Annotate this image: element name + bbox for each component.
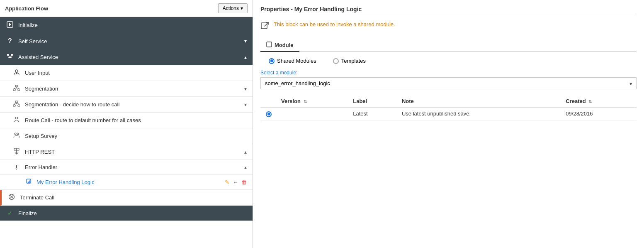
error-handler-chevron: ▴ — [244, 165, 247, 170]
created-sort-icon: ⇅ — [588, 99, 592, 104]
svg-rect-11 — [13, 89, 15, 91]
svg-point-25 — [15, 133, 16, 135]
http-rest-chevron: ▴ — [244, 149, 247, 155]
tab-module[interactable]: Module — [260, 39, 299, 52]
flow-item-assisted-service[interactable]: Assisted Service ▴ — [0, 49, 253, 65]
terminate-call-label: Terminate Call — [20, 194, 54, 201]
error-handler-label: Error Handler — [25, 164, 57, 170]
segmentation-decide-label: Segmentation - decide how to route call — [25, 101, 119, 108]
flow-item-route-call[interactable]: Route Call - route to default number for… — [0, 113, 253, 128]
flow-items-list: Initialize ? Self Service ▾ Assisted Ser… — [0, 17, 253, 248]
flow-item-self-service[interactable]: ? Self Service ▾ — [0, 33, 253, 49]
col-note: Note — [398, 95, 561, 108]
assisted-service-icon — [6, 53, 14, 61]
properties-title: Properties - My Error Handling Logic — [260, 6, 637, 16]
svg-point-9 — [16, 73, 17, 74]
flow-item-my-error-handling-logic[interactable]: My Error Handling Logic ✎ ← 🗑 — [0, 175, 253, 190]
flow-item-terminate-call[interactable]: Terminate Call — [0, 190, 253, 206]
radio-shared-modules[interactable]: Shared Modules — [269, 58, 316, 64]
segmentation-chevron: ▾ — [244, 86, 247, 92]
svg-rect-34 — [261, 23, 267, 29]
table-row[interactable]: Latest Use latest unpublished save. 09/2… — [260, 108, 637, 120]
svg-point-24 — [16, 117, 18, 119]
http-rest-icon — [12, 148, 21, 156]
col-radio — [260, 95, 277, 108]
row-created: 09/28/2016 — [561, 108, 637, 120]
flow-item-user-input[interactable]: User Input — [0, 65, 253, 81]
svg-rect-1 — [7, 54, 9, 56]
svg-rect-12 — [18, 89, 20, 91]
flow-item-error-handler[interactable]: ! Error Handler ▴ — [0, 160, 253, 175]
setup-survey-label: Setup Survey — [25, 133, 57, 139]
app-flow-title: Application Flow — [5, 5, 48, 12]
module-tab-icon — [266, 42, 272, 49]
initialize-label: Initialize — [18, 22, 38, 28]
row-version — [277, 108, 349, 120]
info-block: This block can be used to invoke a share… — [260, 21, 637, 32]
flow-item-segmentation-decide[interactable]: Segmentation - decide how to route call … — [0, 97, 253, 113]
self-service-icon: ? — [6, 37, 14, 45]
self-service-chevron: ▾ — [244, 38, 247, 44]
edit-icon[interactable]: ✎ — [225, 179, 229, 185]
radio-group: Shared Modules Templates — [260, 58, 637, 64]
shared-modules-label: Shared Modules — [277, 58, 316, 64]
initialize-icon — [6, 21, 14, 29]
version-sort-icon: ⇅ — [304, 99, 307, 104]
row-note: Use latest unpublished save. — [398, 108, 561, 120]
flow-item-initialize[interactable]: Initialize — [0, 17, 253, 33]
svg-rect-19 — [18, 105, 20, 106]
svg-rect-18 — [13, 105, 15, 106]
row-label: Latest — [349, 108, 398, 120]
route-call-icon — [12, 116, 21, 124]
col-version[interactable]: Version ⇅ — [277, 95, 349, 108]
version-table: Version ⇅ Label Note Created ⇅ — [260, 95, 637, 120]
route-call-label: Route Call - route to default number for… — [25, 117, 141, 123]
flow-item-setup-survey[interactable]: Setup Survey — [0, 128, 253, 144]
svg-point-26 — [17, 133, 19, 135]
segmentation-label: Segmentation — [25, 86, 58, 92]
segmentation-decide-icon — [12, 101, 21, 108]
select-module-label: Select a module: — [260, 70, 637, 76]
flow-item-segmentation[interactable]: Segmentation ▾ — [0, 81, 253, 97]
external-link-icon[interactable] — [260, 21, 270, 32]
assisted-service-chevron: ▴ — [244, 54, 247, 60]
user-input-icon — [12, 69, 21, 77]
left-header: Application Flow Actions ▾ — [0, 0, 253, 17]
segmentation-icon — [12, 85, 21, 93]
templates-radio-indicator — [333, 58, 339, 64]
setup-survey-icon — [12, 132, 21, 140]
finalize-label: Finalize — [18, 210, 37, 216]
tab-row: Module — [260, 39, 637, 52]
module-tab-label: Module — [275, 42, 294, 48]
module-select-wrapper: some_error_handling_logic — [260, 77, 637, 89]
col-created[interactable]: Created ⇅ — [561, 95, 637, 108]
flow-item-http-rest[interactable]: HTTP REST ▴ — [0, 144, 253, 160]
right-panel: Properties - My Error Handling Logic Thi… — [253, 0, 644, 248]
self-service-label: Self Service — [18, 38, 47, 44]
svg-rect-35 — [267, 42, 272, 47]
delete-icon[interactable]: 🗑 — [241, 179, 247, 185]
radio-templates[interactable]: Templates — [333, 58, 366, 64]
col-label: Label — [349, 95, 398, 108]
error-logic-label: My Error Handling Logic — [36, 179, 94, 185]
finalize-icon: ✓ — [6, 210, 14, 216]
actions-button[interactable]: Actions ▾ — [218, 3, 248, 13]
svg-rect-2 — [11, 54, 13, 56]
error-logic-actions: ✎ ← 🗑 — [225, 179, 247, 185]
assisted-service-label: Assisted Service — [18, 54, 58, 60]
user-input-label: User Input — [25, 70, 50, 76]
module-select[interactable]: some_error_handling_logic — [260, 77, 637, 89]
shared-modules-radio-indicator — [269, 58, 275, 64]
svg-point-8 — [15, 70, 18, 72]
info-text: This block can be used to invoke a share… — [274, 21, 395, 27]
templates-label: Templates — [341, 58, 366, 64]
svg-rect-10 — [15, 85, 18, 87]
terminate-call-icon — [7, 194, 16, 201]
svg-rect-17 — [15, 101, 18, 103]
segmentation-decide-chevron: ▾ — [244, 102, 247, 108]
left-panel: Application Flow Actions ▾ Initialize ? … — [0, 0, 253, 248]
http-rest-label: HTTP REST — [25, 149, 55, 155]
row-radio-cell[interactable] — [260, 108, 277, 120]
flow-item-finalize[interactable]: ✓ Finalize — [0, 206, 253, 221]
back-arrow-icon[interactable]: ← — [233, 179, 238, 185]
